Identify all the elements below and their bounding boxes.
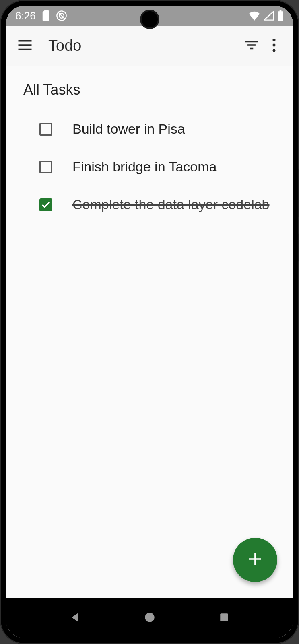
sd-card-icon: [41, 10, 50, 21]
svg-point-2: [272, 43, 275, 46]
wifi-icon: [248, 11, 260, 21]
task-checkbox[interactable]: [39, 122, 53, 136]
more-vert-icon: [272, 38, 276, 54]
back-triangle-icon: [69, 611, 81, 625]
menu-button[interactable]: [14, 35, 36, 57]
device-frame: 6:26: [0, 0, 299, 644]
do-not-disturb-icon: [56, 10, 67, 21]
filter-icon: [245, 40, 258, 52]
task-label: Complete the data layer codelab: [72, 196, 270, 214]
recent-square-icon: [219, 612, 229, 624]
svg-rect-5: [220, 613, 228, 621]
task-label: Finish bridge in Tacoma: [72, 158, 217, 176]
content-area: All Tasks Build tower in Pisa Finish bri…: [6, 66, 293, 598]
status-time: 6:26: [15, 10, 36, 22]
svg-point-4: [145, 613, 154, 622]
checkbox-checked-icon: [39, 198, 52, 211]
filter-button[interactable]: [240, 35, 263, 57]
nav-back-button[interactable]: [63, 606, 87, 630]
task-label: Build tower in Pisa: [72, 120, 185, 138]
task-checkbox[interactable]: [39, 160, 53, 174]
section-title: All Tasks: [6, 78, 293, 110]
hamburger-icon: [18, 39, 32, 52]
battery-icon: [277, 10, 284, 21]
svg-point-1: [272, 38, 275, 41]
home-circle-icon: [144, 612, 155, 625]
navigation-bar: [6, 598, 293, 638]
checkbox-unchecked-icon: [39, 123, 52, 136]
nav-home-button[interactable]: [138, 606, 162, 630]
task-checkbox[interactable]: [39, 198, 53, 212]
add-task-fab[interactable]: [233, 538, 277, 582]
app-bar: Todo: [6, 26, 293, 66]
more-button[interactable]: [263, 35, 285, 57]
nav-recent-button[interactable]: [212, 606, 236, 630]
svg-point-3: [272, 49, 275, 52]
plus-icon: [247, 551, 263, 569]
task-row[interactable]: Finish bridge in Tacoma: [6, 148, 293, 186]
task-row[interactable]: Build tower in Pisa: [6, 110, 293, 148]
screen: 6:26: [6, 6, 293, 638]
checkbox-unchecked-icon: [39, 161, 52, 173]
task-row[interactable]: Complete the data layer codelab: [6, 186, 293, 224]
camera-punch: [140, 10, 159, 29]
cellular-icon: [264, 11, 274, 21]
app-title: Todo: [48, 37, 240, 54]
